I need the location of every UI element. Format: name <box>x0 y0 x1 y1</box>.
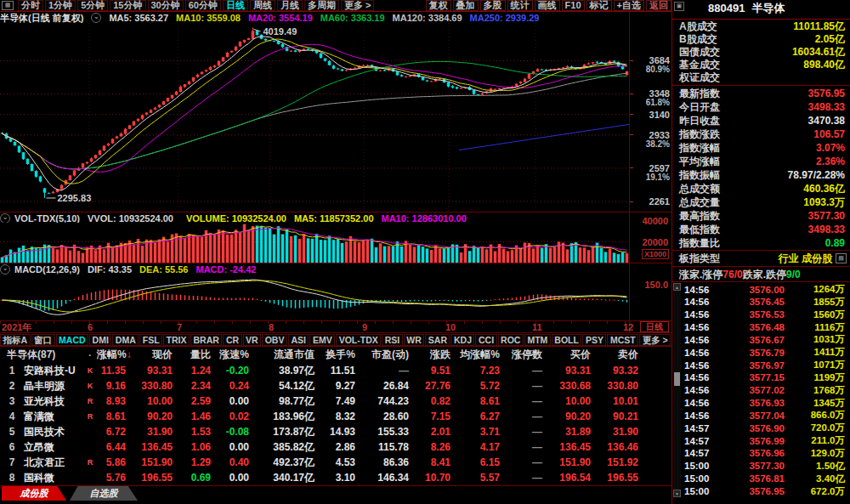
table-row[interactable]: 8国科微5.76196.550.690.00340.17亿3.10146.341… <box>0 470 672 485</box>
macd-chart[interactable] <box>0 275 629 320</box>
row-seq: 4 <box>0 411 24 422</box>
row-cell: 98.77亿 <box>251 394 316 409</box>
scroll-thumb[interactable] <box>674 372 680 386</box>
toolbar-button[interactable]: +自选 <box>614 0 644 11</box>
indicator-tab[interactable]: SAR <box>425 334 450 346</box>
table-row[interactable]: 3亚光科技R8.9310.002.590.0098.77亿7.49744.230… <box>0 394 672 409</box>
period-box[interactable]: 日线 <box>640 321 669 332</box>
indicator-tab[interactable]: MTM <box>524 334 551 346</box>
table-row[interactable]: 4富满微R8.6190.201.460.02183.96亿8.3228.607.… <box>0 409 672 424</box>
column-header[interactable]: 涨幅%↓ <box>97 348 128 362</box>
indicator-tab[interactable]: CCI <box>475 334 496 346</box>
column-header[interactable]: 卖价 <box>592 348 640 362</box>
toolbar-button[interactable]: 叠加 <box>453 0 479 11</box>
indicator-tab[interactable]: DMA <box>112 334 139 346</box>
tick-row: 15:003576.813.40亿 <box>681 473 850 485</box>
indicator-tab[interactable]: ASI <box>288 334 309 346</box>
bottom-tab-1[interactable]: 成份股 <box>2 486 66 501</box>
row-cell: 10.70 <box>411 472 452 484</box>
indicator-tab[interactable]: TRIX <box>163 334 190 346</box>
period-tab[interactable]: 分时 <box>18 0 43 11</box>
table-row[interactable]: 5国民技术6.7231.901.53-0.08173.87亿14.93155.3… <box>0 424 672 439</box>
period-tab[interactable]: 5分钟 <box>77 0 108 11</box>
tick-row: 15:003576.95672.0万 <box>681 485 850 498</box>
panel-row-value: 460.36亿 <box>803 182 845 196</box>
period-tab[interactable]: 15分钟 <box>110 0 145 11</box>
indicator-tab[interactable]: OBV <box>262 334 287 346</box>
row-cell: 1.24 <box>174 365 212 377</box>
indicator-tab[interactable]: ROC <box>498 334 524 346</box>
toolbar-button[interactable]: 画线 <box>535 0 560 11</box>
indicator-tab[interactable]: EMV <box>309 334 335 346</box>
period-tab[interactable]: 1分钟 <box>45 0 76 11</box>
column-header[interactable]: 换手% <box>316 348 357 362</box>
period-tab[interactable]: 月线 <box>277 0 303 11</box>
indicator-tab[interactable]: VOL-TDX <box>336 334 381 346</box>
indicator-tab[interactable]: MCST <box>607 334 638 346</box>
collapse-chevron-icon[interactable]: ⌄ <box>91 13 101 23</box>
header-dot: · <box>83 349 97 361</box>
period-tab[interactable]: 30分钟 <box>148 0 184 11</box>
indicator-tab[interactable]: DMI <box>89 334 111 346</box>
indicator-tab[interactable]: BRAR <box>190 334 222 346</box>
tick-time: 14:56 <box>684 398 720 408</box>
toolbar-button[interactable]: 返回 <box>646 0 672 11</box>
toolbar-button[interactable]: 多股 <box>480 0 506 11</box>
column-header[interactable]: 量比 <box>174 348 212 362</box>
column-header[interactable]: 涨停数 <box>502 348 544 362</box>
macd-header: ⌄ MACD(12,26,9) DIF: 43.35 DEA: 55.56 MA… <box>0 264 627 275</box>
indicator-tab[interactable]: 更多 > <box>639 334 671 346</box>
indicator-tab[interactable]: 窗口 <box>31 334 55 346</box>
scroll-up-icon[interactable]: ▲ <box>673 283 681 291</box>
row-cell: 8.26 <box>411 441 452 453</box>
toolbar-button[interactable]: 标记 <box>586 0 612 11</box>
period-tab[interactable]: 日线 <box>223 0 248 11</box>
period-tab[interactable]: 更多 > <box>341 0 374 11</box>
indicator-tab[interactable]: MACD <box>56 334 89 346</box>
column-header[interactable]: 市盈(动) <box>357 348 411 362</box>
indicator-tab[interactable]: FSL <box>139 334 162 346</box>
board-list-icon[interactable]: ▤ <box>836 253 847 263</box>
row-cell: 1.06 <box>174 441 212 453</box>
row-cell: 151.90 <box>128 456 174 468</box>
volume-chart[interactable] <box>0 223 629 263</box>
table-row[interactable]: 2晶丰明源K9.16330.802.340.2454.12亿9.2726.842… <box>0 378 672 394</box>
layout-grid-icon[interactable]: ▦ <box>2 1 14 10</box>
toolbar-button[interactable]: 复权 <box>426 0 451 11</box>
tick-price: 3577.04 <box>720 411 785 421</box>
indicator-tab[interactable]: WR <box>404 334 425 346</box>
scroll-down-icon[interactable]: ▼ <box>673 490 681 497</box>
tick-time: 14:56 <box>684 285 720 295</box>
indicator-tab[interactable]: CR <box>223 334 241 346</box>
tick-row: 14:563576.971071万 <box>681 359 850 371</box>
column-header[interactable]: 涨速% <box>212 348 251 362</box>
toolbar-button[interactable]: F10 <box>562 0 585 11</box>
table-row[interactable]: 7北京君正R5.86151.901.290.40492.37亿4.5386.36… <box>0 455 672 470</box>
bottom-tab-2[interactable]: 自选股 <box>70 486 138 501</box>
column-header[interactable]: 涨跌 <box>411 348 452 362</box>
period-tab[interactable]: 多周期 <box>304 0 339 11</box>
board-type-value[interactable]: 行业 成份股 <box>779 252 832 266</box>
toolbar-button[interactable]: 统计 <box>507 0 533 11</box>
indicator-tab[interactable]: PSY <box>582 334 606 346</box>
volume-axis-value: 40000 <box>642 217 668 226</box>
period-tab[interactable]: 60分钟 <box>185 0 221 11</box>
tick-scrollbar[interactable]: ▲ ▼ <box>673 283 681 497</box>
row-cell: 8.93 <box>97 395 128 407</box>
table-row[interactable]: 1安路科技-UK11.3593.311.24-0.2038.97亿11.51—9… <box>0 363 672 378</box>
indicator-tab[interactable]: KDJ <box>450 334 474 346</box>
indicator-tab[interactable]: VR <box>243 334 262 346</box>
collapse-chevron-icon[interactable]: ⌄ <box>0 264 10 275</box>
column-header[interactable]: 买价 <box>544 348 592 362</box>
column-header[interactable]: 流通市值 <box>251 348 316 362</box>
indicator-tab[interactable]: BOLL <box>552 334 582 346</box>
column-header[interactable]: 均涨幅% <box>452 348 502 362</box>
kline-chart[interactable]: 4019.492295.83 <box>0 23 629 212</box>
period-tab[interactable]: 周线 <box>250 0 275 11</box>
column-header[interactable]: 现价 <box>128 348 174 362</box>
indicator-tab[interactable]: RSI <box>382 334 403 346</box>
tick-row: 14:563576.931345万 <box>681 397 850 410</box>
tick-price: 3577.15 <box>720 372 785 382</box>
table-row[interactable]: 6立昂微6.44136.451.060.00385.82亿2.86115.788… <box>0 439 672 455</box>
indicator-tab[interactable]: 指标A <box>0 334 31 346</box>
